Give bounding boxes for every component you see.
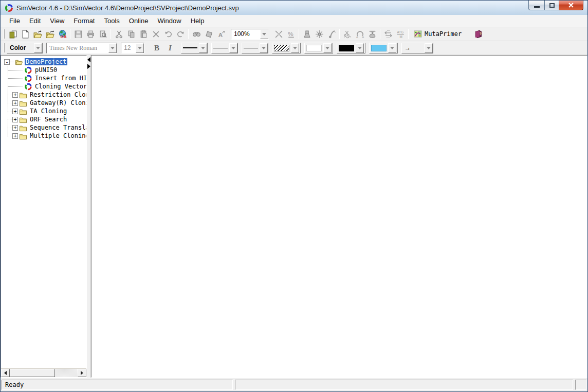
highlight-color-dropdown-button[interactable] [388, 43, 396, 53]
undo-button[interactable] [162, 28, 174, 40]
expand-expander-icon[interactable]: + [12, 125, 18, 131]
menu-format[interactable]: Format [69, 15, 99, 26]
tree-item[interactable]: + TA Cloning [1, 107, 86, 115]
save-button[interactable] [72, 28, 84, 40]
border-style-dropdown-button[interactable] [260, 43, 268, 53]
print-preview-button[interactable] [97, 28, 109, 40]
line-weight-dropdown-button[interactable] [229, 43, 237, 53]
font-size-dropdown-button[interactable] [136, 43, 144, 53]
panel-splitter[interactable] [87, 55, 91, 378]
new-project-button[interactable] [7, 28, 19, 40]
zoom-fit-button[interactable] [272, 28, 285, 40]
main-document-area[interactable] [91, 55, 587, 378]
expand-expander-icon[interactable]: + [12, 92, 18, 98]
scroll-right-button[interactable] [78, 369, 86, 377]
copy-button[interactable] [125, 28, 137, 40]
collapse-right-icon[interactable] [87, 64, 90, 69]
tree-item[interactable]: + Sequence Transla [1, 123, 86, 132]
print-button[interactable] [84, 28, 97, 40]
delete-button[interactable] [150, 28, 162, 40]
font-family-value[interactable]: Times New Roman [47, 43, 108, 53]
new-sequence-icon [21, 30, 30, 39]
tree-item[interactable]: + ORF Search [1, 115, 86, 123]
tree-item[interactable]: + Restriction Clon [1, 91, 86, 99]
minimize-button[interactable] [528, 1, 544, 10]
tree-item[interactable]: + Multiple Cloning [1, 132, 86, 140]
scrollbar-track[interactable] [55, 369, 78, 377]
background-color-dropdown-button[interactable] [323, 43, 332, 53]
tree-item-label[interactable]: ORF Search [29, 116, 68, 123]
open-sequence-button[interactable] [44, 28, 56, 40]
collapse-left-icon[interactable] [87, 57, 90, 62]
menu-window[interactable]: Window [153, 15, 186, 26]
menu-view[interactable]: View [45, 15, 69, 26]
tree-item-label[interactable]: Restriction Clon [29, 91, 86, 98]
menu-edit[interactable]: Edit [25, 15, 45, 26]
scroll-left-button[interactable] [1, 369, 10, 377]
tree-item[interactable]: Cloning Vector p [1, 82, 86, 91]
bold-button[interactable]: B [151, 43, 162, 54]
resize-grip[interactable] [575, 380, 586, 390]
zoom-value[interactable]: 100% [231, 29, 260, 39]
menu-help[interactable]: Help [186, 15, 209, 26]
tree-horizontal-scrollbar [1, 368, 86, 377]
help-book-button[interactable]: ? [472, 28, 484, 40]
expand-expander-icon[interactable]: + [12, 133, 18, 139]
ligation-button[interactable]: A A [354, 28, 366, 40]
titlebar[interactable]: SimVector 4.6 - D:\SimVector 4.6\DemoPro… [1, 1, 587, 15]
highlight-button[interactable] [203, 28, 215, 40]
transformation-button[interactable] [366, 28, 378, 40]
paste-button[interactable] [137, 28, 150, 40]
redo-button[interactable] [174, 28, 187, 40]
expand-expander-icon[interactable]: + [12, 109, 18, 114]
scrollbar-thumb[interactable] [10, 369, 55, 377]
italic-button[interactable]: I [164, 43, 176, 54]
tree-item[interactable]: + Gateway(R) Cloni [1, 99, 86, 107]
find-button[interactable] [190, 28, 203, 40]
align-sequences-button[interactable] [382, 28, 394, 40]
close-button[interactable] [559, 1, 583, 10]
toolbar-grip[interactable] [3, 43, 5, 52]
fill-pattern-dropdown-button[interactable] [291, 43, 299, 53]
tree-item-label[interactable]: Multiple Cloning [29, 132, 86, 139]
tree-item-label[interactable]: pUNI50 [34, 66, 58, 74]
cut-dna-button[interactable] [341, 28, 354, 40]
font-size-value[interactable]: 12 [121, 43, 136, 53]
menu-tools[interactable]: Tools [99, 15, 124, 26]
tree-item-label[interactable]: TA Cloning [29, 108, 68, 115]
menu-online[interactable]: Online [124, 15, 153, 26]
collapse-expander-icon[interactable]: - [4, 59, 10, 65]
tree-item-label[interactable]: Cloning Vector p [34, 83, 86, 90]
open-project-button[interactable] [31, 28, 44, 40]
font-family-dropdown-button[interactable] [108, 43, 117, 53]
expand-expander-icon[interactable]: + [12, 100, 18, 106]
zoom-dropdown-button[interactable] [260, 29, 268, 39]
ligase-button[interactable] [325, 28, 338, 40]
line-style-dropdown-button[interactable] [199, 43, 207, 53]
cut-button[interactable] [113, 28, 125, 40]
expand-expander-icon[interactable]: + [12, 117, 18, 122]
tree-item-label[interactable]: Insert from HIV [34, 75, 86, 82]
menu-file[interactable]: File [5, 15, 25, 26]
arrow-style-dropdown-button[interactable] [425, 43, 433, 53]
tree-item-root[interactable]: - DemoProject [1, 58, 86, 66]
genbank-import-button[interactable]: GB [56, 28, 68, 40]
mutaprimer-button[interactable]: MutaPrimer [410, 28, 465, 40]
enzyme-digest-button[interactable] [301, 28, 313, 40]
zoom-percent-button[interactable]: % [285, 28, 297, 40]
tree-item-label[interactable]: Gateway(R) Cloni [29, 99, 86, 106]
color-dropdown-button[interactable] [34, 43, 42, 53]
translate-button[interactable]: ATG M [394, 28, 407, 40]
tree-item-label[interactable]: DemoProject [25, 58, 67, 65]
toolbar-grip[interactable] [3, 29, 5, 39]
text-tool-button[interactable]: A [215, 28, 227, 40]
tree-item[interactable]: pUNI50 [1, 66, 86, 74]
maximize-button[interactable] [544, 1, 559, 10]
foreground-color-dropdown-button[interactable] [356, 43, 364, 53]
star-feature-icon [315, 30, 324, 39]
new-sequence-button[interactable] [19, 28, 31, 40]
tree-item-label[interactable]: Sequence Transla [29, 124, 86, 131]
color-combo-label[interactable]: Color [7, 43, 34, 53]
star-feature-button[interactable] [313, 28, 325, 40]
tree-item[interactable]: Insert from HIV [1, 74, 86, 82]
